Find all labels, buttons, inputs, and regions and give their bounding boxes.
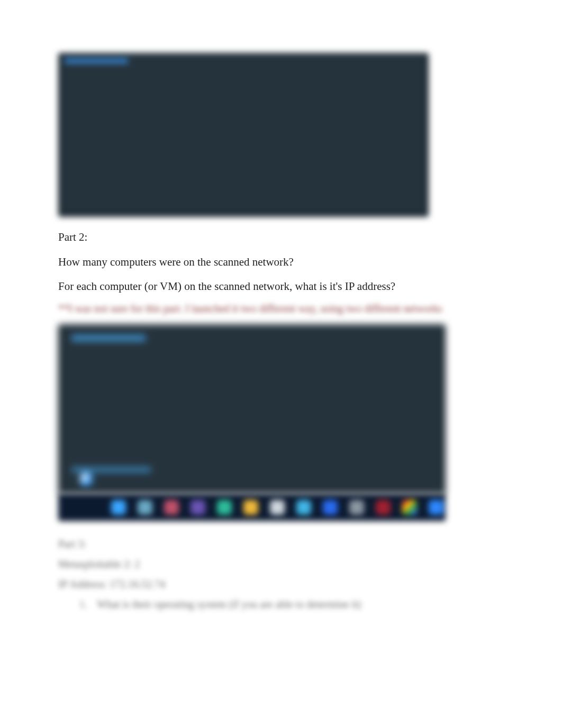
chrome-icon[interactable] [402, 500, 417, 515]
list-question-text: What is their operating system (if you a… [97, 595, 361, 613]
disc-icon[interactable] [270, 500, 285, 515]
wave-icon[interactable] [217, 500, 232, 515]
record-icon[interactable] [376, 500, 391, 515]
question-1: How many computers were on the scanned n… [58, 253, 504, 271]
terminal-text-blur [64, 330, 440, 488]
terminal-icon[interactable] [138, 500, 152, 515]
screenshot-terminal-2 [58, 324, 446, 494]
gear-icon[interactable] [349, 500, 364, 515]
screenshot-terminal-1 [58, 53, 429, 217]
part-2-heading: Part 2: [58, 229, 504, 246]
edge-icon[interactable] [429, 500, 443, 515]
terminal-highlight [71, 335, 146, 341]
terminal-highlight [71, 467, 151, 472]
blurred-followup-block: Part 3: Metasploitable 2: 2 IP Address: … [58, 535, 504, 613]
globe-icon[interactable] [111, 500, 126, 515]
line-ip-address: IP Address: 172.16.52.74 [58, 575, 504, 593]
shield-icon[interactable] [323, 500, 338, 515]
question-2: For each computer (or VM) on the scanned… [58, 278, 504, 295]
terminal-text-blur [64, 58, 423, 212]
numbered-question: 1. What is their operating system (if yo… [79, 595, 504, 613]
bug-icon[interactable] [164, 500, 179, 515]
blurred-author-note: **I was not sure for this part. I launch… [58, 303, 504, 315]
line-metasploitable: Metasploitable 2: 2 [58, 555, 504, 573]
screenshot-group-2 [58, 324, 504, 521]
terminal-highlight [65, 58, 128, 63]
os-taskbar [58, 494, 446, 521]
app-icon[interactable] [191, 500, 205, 515]
list-number: 1. [79, 595, 87, 613]
drop-icon[interactable] [296, 500, 311, 515]
document-page: Part 2: How many computers were on the s… [0, 0, 562, 728]
part-3-heading: Part 3: [58, 535, 504, 553]
os-logo-icon [79, 472, 93, 486]
folder-icon[interactable] [243, 500, 258, 515]
